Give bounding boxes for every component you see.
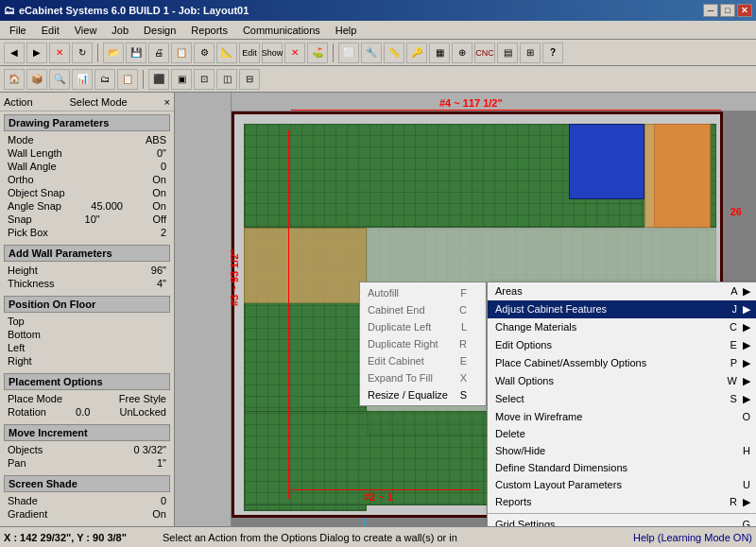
ctx-change-materials[interactable]: Change Materials C ▶	[488, 318, 756, 336]
tb2-btn-5[interactable]: 🗂	[94, 69, 115, 90]
status-help: Help (Learning Mode ON)	[633, 532, 752, 543]
canvas-area[interactable]: #4 ~ 117 1/2" #3 ~ 93 1/2" #2 ~ 1 26 70 …	[175, 93, 756, 526]
ctx-dup-left[interactable]: Duplicate Left L	[360, 318, 486, 335]
ctx-cabinet-end[interactable]: Cabinet End C	[360, 301, 486, 318]
ctx-resize-equalize[interactable]: Resize / Equalize S	[360, 386, 486, 403]
tb2-btn-1[interactable]: 🏠	[4, 69, 25, 90]
menu-file[interactable]: File	[2, 23, 34, 38]
angle-snap-on: On	[152, 200, 166, 212]
toolbar-btn-4[interactable]: 📋	[171, 43, 192, 63]
ctx-define-std-dims[interactable]: Define Standard Dimensions	[488, 459, 756, 476]
toolbar-btn-12[interactable]: 🔧	[361, 43, 382, 63]
close-button[interactable]: ✕	[737, 4, 752, 17]
toolbar-btn-10[interactable]: ⛳	[307, 43, 328, 63]
add-wall-section: Add Wall Parameters Height 96" Thickness…	[0, 242, 174, 293]
pan-value: 1"	[157, 457, 166, 469]
toolbar-help-button[interactable]: ?	[542, 43, 563, 63]
tb2-btn-10[interactable]: ◫	[216, 69, 237, 90]
menu-edit[interactable]: Edit	[34, 23, 67, 38]
position-left: Left	[4, 341, 170, 354]
ctx-autofill[interactable]: Autofill F	[360, 284, 486, 301]
position-bottom: Bottom	[4, 328, 170, 341]
ctx-custom-layout[interactable]: Custom Layout Parameters U	[488, 476, 756, 493]
toolbar-btn-7[interactable]: Edit	[239, 43, 260, 63]
menu-job[interactable]: Job	[104, 23, 136, 38]
gradient-value: On	[152, 508, 166, 520]
toolbar-save-button[interactable]: 💾	[126, 43, 146, 63]
tb2-btn-11[interactable]: ⊟	[239, 69, 260, 90]
toolbar-refresh-button[interactable]: ↻	[72, 43, 93, 63]
ctx-areas-label: Areas	[495, 285, 523, 298]
toolbar-btn-8[interactable]: Show	[262, 43, 283, 63]
menu-view[interactable]: View	[67, 23, 105, 38]
ctx-delete[interactable]: Delete	[488, 425, 756, 442]
ctx-move-wireframe[interactable]: Move in Wireframe O	[488, 408, 756, 425]
toolbar-btn-13[interactable]: 📏	[384, 43, 404, 63]
toolbar-btn-9[interactable]: ✕	[284, 43, 305, 63]
menu-help[interactable]: Help	[328, 23, 365, 38]
tb2-btn-6[interactable]: 📋	[117, 69, 138, 90]
ctx-resize-equalize-shortcut: S	[460, 389, 467, 401]
ctx-edit-cabinet[interactable]: Edit Cabinet E	[360, 352, 486, 369]
ctx-grid-settings[interactable]: Grid Settings G	[488, 516, 756, 526]
toolbar-btn-16[interactable]: ⊕	[452, 43, 472, 63]
dim-label-bottom: #2 ~ 1	[364, 491, 393, 503]
pan-row: Pan 1"	[4, 456, 170, 470]
toolbar-btn-18[interactable]: ⊞	[520, 43, 541, 63]
toolbar-stop-button[interactable]: ✕	[49, 43, 70, 63]
maximize-button[interactable]: □	[720, 4, 735, 17]
menu-reports[interactable]: Reports	[183, 23, 235, 38]
ctx-expand-to-fill-shortcut: X	[460, 372, 467, 384]
pick-box-row: Pick Box 2	[4, 226, 170, 239]
toolbar-open-button[interactable]: 📂	[103, 43, 124, 63]
ctx-expand-to-fill-label: Expand To Fill	[368, 372, 433, 384]
rotation-locked: UnLocked	[119, 406, 166, 418]
app-title: eCabinet Systems 6.0 BUILD 1 - Job: Layo…	[19, 5, 249, 16]
toolbar-back-button[interactable]: ◀	[4, 43, 25, 63]
panel-close-btn[interactable]: ×	[164, 96, 170, 108]
pick-box-value: 2	[161, 227, 166, 238]
ctx-show-hide[interactable]: Show/Hide H	[488, 442, 756, 459]
ctx-adjust-cabinet[interactable]: Adjust Cabinet Features J ▶	[488, 300, 756, 318]
toolbar-btn-15[interactable]: ▦	[429, 43, 450, 63]
ortho-value: On	[152, 174, 166, 185]
tb2-btn-2[interactable]: 📦	[26, 69, 47, 90]
ctx-wall-options[interactable]: Wall Options W ▶	[488, 372, 756, 390]
ctx-reports[interactable]: Reports R ▶	[488, 493, 756, 511]
toolbar-btn-5[interactable]: ⚙	[194, 43, 215, 63]
menu-design[interactable]: Design	[136, 23, 183, 38]
menu-bar: File Edit View Job Design Reports Commun…	[0, 21, 756, 40]
minimize-button[interactable]: ─	[703, 4, 718, 17]
tb2-btn-3[interactable]: 🔍	[49, 69, 70, 90]
toolbar-forward-button[interactable]: ▶	[26, 43, 47, 63]
mode-row: Mode ABS	[4, 133, 170, 146]
ctx-dup-right[interactable]: Duplicate Right R	[360, 335, 486, 352]
ctx-areas[interactable]: Areas A ▶	[488, 282, 756, 300]
ctx-edit-options[interactable]: Edit Options E ▶	[488, 336, 756, 354]
toolbar-btn-6[interactable]: 📐	[216, 43, 237, 63]
tb2-btn-4[interactable]: 📊	[72, 69, 93, 90]
ctx-select[interactable]: Select S ▶	[488, 390, 756, 408]
panel-mode-label: Select Mode	[69, 96, 127, 108]
ctx-cabinet-end-label: Cabinet End	[368, 304, 425, 316]
tb2-btn-7[interactable]: ⬛	[148, 69, 169, 90]
shade-value: 0	[161, 495, 166, 506]
toolbar-btn-11[interactable]: ⬜	[338, 43, 359, 63]
ctx-expand-to-fill[interactable]: Expand To Fill X	[360, 369, 486, 386]
ctx-dup-left-label: Duplicate Left	[368, 321, 431, 333]
place-mode-value: Free Style	[119, 393, 166, 404]
tb2-btn-9[interactable]: ⊡	[194, 69, 215, 90]
top-label: Top	[8, 316, 25, 327]
cabinet-center-right	[569, 124, 644, 199]
ctx-place-cabinet[interactable]: Place Cabinet/Assembly Options P ▶	[488, 354, 756, 372]
toolbar-print-button[interactable]: 🖨	[148, 43, 169, 63]
ctx-sep-1	[488, 513, 756, 514]
title-bar-controls[interactable]: ─ □ ✕	[703, 4, 752, 17]
ortho-label: Ortho	[8, 174, 34, 185]
tb2-btn-8[interactable]: ▣	[171, 69, 192, 90]
menu-communications[interactable]: Communications	[235, 23, 328, 38]
toolbar-btn-14[interactable]: 🔑	[406, 43, 427, 63]
toolbar-btn-17[interactable]: ▤	[497, 43, 518, 63]
toolbar-btn-cnc[interactable]: CNC	[474, 43, 495, 63]
ctx-show-hide-shortcut: H	[743, 445, 750, 456]
